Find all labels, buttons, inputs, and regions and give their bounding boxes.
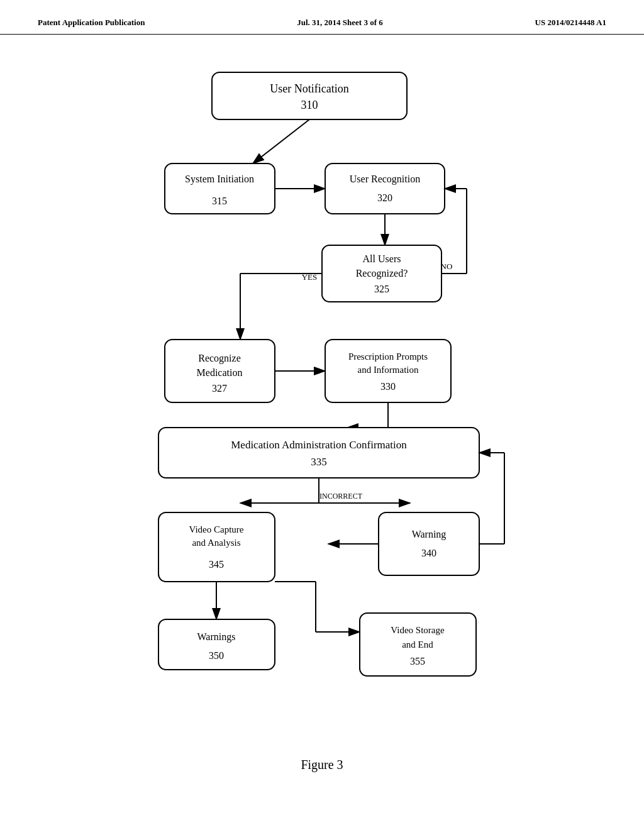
node-310 [212,72,407,119]
node-340-num: 340 [421,548,436,558]
node-315-label: System Initiation [185,174,254,185]
node-327-num: 327 [212,383,227,394]
node-327-line2: Medication [197,367,243,378]
node-355-line2: and End [402,639,433,650]
node-320-num: 320 [377,192,392,203]
node-345-line2: and Analysis [192,538,240,548]
node-315 [165,163,275,214]
node-330-line2: and Information [357,365,419,375]
node-325-line2: Recognized? [356,268,408,279]
node-310-num: 310 [301,99,318,111]
svg-line-1 [253,119,309,163]
label-incorrect: INCORRECT [319,492,363,501]
node-355-num: 355 [410,656,425,667]
node-325-line1: All Users [363,253,401,264]
node-340 [379,512,479,575]
node-310-label: User Notification [270,82,348,95]
node-350 [158,619,275,670]
node-320-label: User Recognition [350,174,420,185]
node-315-num: 315 [212,196,227,206]
figure-label: Figure 3 [0,758,644,785]
node-340-label: Warning [412,529,447,540]
flowchart-svg: User Notification 310 System Initiation … [102,53,542,745]
node-335 [158,428,479,478]
node-330-num: 330 [380,381,396,392]
node-355-line1: Video Storage [391,625,445,635]
header-right: US 2014/0214448 A1 [535,18,606,28]
node-325-num: 325 [374,284,389,294]
node-335-num: 335 [311,456,327,468]
node-330-line1: Prescription Prompts [348,351,428,362]
page-header: Patent Application Publication Jul. 31, … [0,0,644,35]
header-left: Patent Application Publication [38,18,145,28]
diagram-area: User Notification 310 System Initiation … [0,35,644,758]
node-327-line1: Recognize [198,353,241,364]
node-335-line1: Medication Administration Confirmation [231,439,407,451]
node-345-num: 345 [209,559,224,570]
label-no: NO [441,262,453,271]
header-center: Jul. 31, 2014 Sheet 3 of 6 [297,18,383,28]
node-350-num: 350 [209,650,224,661]
node-320 [325,163,445,214]
node-345-line1: Video Capture [189,524,244,534]
node-350-label: Warnings [197,631,236,643]
